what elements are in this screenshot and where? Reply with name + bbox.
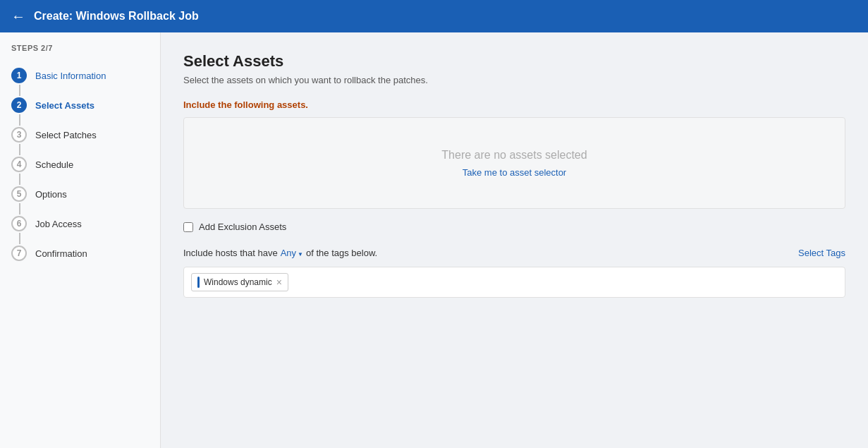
sidebar-item-select-assets[interactable]: 2 Select Assets	[0, 90, 160, 120]
asset-selector-link[interactable]: Take me to asset selector	[463, 167, 566, 178]
step-3-circle: 3	[11, 127, 27, 143]
any-label: Any	[281, 248, 296, 258]
step-7-label: Confirmation	[35, 248, 87, 259]
steps-label: STEPS 2/7	[0, 44, 160, 61]
tags-area: Windows dynamic ×	[183, 267, 845, 298]
include-label: Include the following assets.	[183, 99, 845, 110]
page-subtitle: Select the assets on which you want to r…	[183, 75, 845, 85]
step-4-circle: 4	[11, 157, 27, 172]
step-1-circle: 1	[11, 68, 27, 83]
exclusion-checkbox-label[interactable]: Add Exclusion Assets	[199, 222, 286, 232]
sidebar-item-select-patches[interactable]: 3 Select Patches	[0, 120, 160, 150]
sidebar-item-options[interactable]: 5 Options	[0, 179, 160, 209]
tags-row: Include hosts that have Any of the tags …	[183, 248, 845, 258]
page-title: Select Assets	[183, 52, 845, 71]
sidebar-item-job-access[interactable]: 6 Job Access	[0, 209, 160, 238]
select-tags-button[interactable]: Select Tags	[798, 248, 845, 258]
step-4-label: Schedule	[35, 159, 73, 170]
step-6-label: Job Access	[35, 219, 82, 229]
sidebar-item-basic-information[interactable]: 1 Basic Information	[0, 61, 160, 90]
step-1-label: Basic Information	[35, 71, 106, 81]
step-7-circle: 7	[11, 246, 27, 261]
tag-chip-close-button[interactable]: ×	[276, 277, 282, 287]
back-button[interactable]: ←	[11, 8, 25, 25]
header: ← Create: Windows Rollback Job	[0, 0, 868, 32]
assets-empty-text: There are no assets selected	[441, 149, 587, 162]
tag-chip-label: Windows dynamic	[204, 277, 272, 287]
exclusion-checkbox-row: Add Exclusion Assets	[183, 222, 845, 232]
tag-chip-indicator	[197, 277, 200, 288]
sidebar-item-schedule[interactable]: 4 Schedule	[0, 150, 160, 179]
main-content: Select Assets Select the assets on which…	[161, 32, 868, 448]
tags-text-before: Include hosts that have	[183, 248, 278, 258]
sidebar-item-confirmation[interactable]: 7 Confirmation	[0, 238, 160, 261]
header-title: Create: Windows Rollback Job	[34, 10, 199, 23]
step-2-label: Select Assets	[35, 100, 94, 111]
step-5-circle: 5	[11, 186, 27, 202]
step-6-circle: 6	[11, 216, 27, 231]
step-5-label: Options	[35, 189, 67, 200]
any-dropdown[interactable]: Any	[281, 248, 303, 258]
tag-chip-windows-dynamic: Windows dynamic ×	[191, 273, 288, 291]
tags-text-after: of the tags below.	[306, 248, 377, 258]
back-arrow-icon: ←	[11, 8, 25, 25]
tags-row-left: Include hosts that have Any of the tags …	[183, 248, 377, 258]
exclusion-checkbox[interactable]	[183, 222, 193, 232]
assets-empty-box: There are no assets selected Take me to …	[183, 117, 845, 209]
sidebar: STEPS 2/7 1 Basic Information 2 Select A…	[0, 32, 161, 448]
step-3-label: Select Patches	[35, 130, 97, 140]
step-2-circle: 2	[11, 97, 27, 113]
layout: STEPS 2/7 1 Basic Information 2 Select A…	[0, 32, 868, 448]
chevron-down-icon	[298, 248, 303, 258]
